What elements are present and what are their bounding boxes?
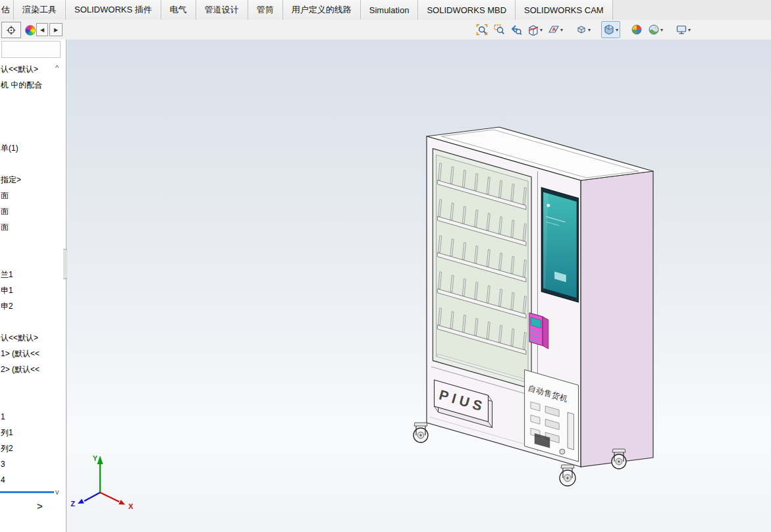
edit-appearance-button[interactable] xyxy=(629,21,645,38)
crosshair-button[interactable] xyxy=(1,22,21,38)
dropdown-arrow-icon[interactable]: ▾ xyxy=(616,27,618,33)
dropdown-arrow-icon[interactable]: ▾ xyxy=(540,27,543,33)
scroll-up-arrow[interactable]: ^ xyxy=(55,65,59,72)
menu-tab-8[interactable]: Simulation xyxy=(361,0,419,20)
zoom-to-fit-button[interactable] xyxy=(474,21,490,38)
tree-expand-arrow[interactable]: > xyxy=(37,500,43,512)
color-wheel-icon[interactable] xyxy=(25,25,36,36)
previous-view-button[interactable] xyxy=(508,21,524,38)
section-view-button[interactable]: ▾ xyxy=(525,21,545,38)
svg-text:Z: Z xyxy=(70,500,75,508)
menu-tab-4[interactable]: 电气 xyxy=(161,0,196,20)
command-manager-tab-row: 估渲染工具SOLIDWORKS 插件电气管道设计管筒用户定义的线路Simulat… xyxy=(0,0,771,20)
apply-scene-icon xyxy=(648,24,660,36)
menu-tabs: 估渲染工具SOLIDWORKS 插件电气管道设计管筒用户定义的线路Simulat… xyxy=(0,0,613,20)
dropdown-arrow-icon[interactable]: ▾ xyxy=(660,27,663,33)
panel-back-button[interactable]: ◀ xyxy=(36,23,48,36)
display-style-icon xyxy=(603,24,615,36)
tree-item-13[interactable]: 2> (默认<< xyxy=(1,363,40,375)
caster-wheel xyxy=(560,465,575,486)
heads-up-view-toolbar: ▾A▾▾▾▾▾ xyxy=(473,21,693,38)
view-settings-button[interactable]: ▾ xyxy=(674,21,693,38)
tree-item-12[interactable]: 1> (默认<< xyxy=(1,348,40,359)
tree-item-9[interactable]: 申1 xyxy=(1,284,13,296)
annotation-views-icon: A xyxy=(548,24,560,36)
display-style-button[interactable]: ▾ xyxy=(601,21,620,38)
scroll-down-arrow[interactable]: v xyxy=(55,489,59,496)
graphics-viewport[interactable]: 自动售货机PIUSYXZ xyxy=(67,40,771,532)
svg-text:Y: Y xyxy=(93,454,98,462)
tree-item-10[interactable]: 申2 xyxy=(1,300,13,312)
tree-item-7[interactable]: 面 xyxy=(1,221,9,233)
apply-scene-button[interactable]: ▾ xyxy=(646,21,665,38)
caster-wheel xyxy=(612,449,626,469)
touch-screen xyxy=(541,188,578,302)
annotation-views-button[interactable]: A▾ xyxy=(546,21,565,38)
tree-item-2[interactable]: 机 中的配合 xyxy=(1,79,42,91)
svg-text:A: A xyxy=(552,26,556,32)
section-view-icon xyxy=(527,24,539,36)
tree-item-14[interactable]: 1 xyxy=(1,411,5,423)
tree-item-16[interactable]: 列2 xyxy=(1,442,13,454)
control-panel: 自动售货机 xyxy=(525,370,579,462)
menu-tab-2[interactable]: 渲染工具 xyxy=(14,0,66,20)
tree-item-5[interactable]: 面 xyxy=(1,190,9,201)
model-canvas[interactable]: 自动售货机PIUSYXZ xyxy=(67,40,771,532)
previous-view-icon xyxy=(510,24,522,36)
tree-item-17[interactable]: 3 xyxy=(1,458,5,470)
rollback-bar[interactable] xyxy=(0,491,54,493)
glass-display-window xyxy=(433,149,531,389)
orientation-triad: YXZ xyxy=(70,454,134,510)
menu-tab-3[interactable]: SOLIDWORKS 插件 xyxy=(66,0,161,20)
tree-item-3[interactable]: 单(1) xyxy=(1,142,18,154)
zoom-to-fit-icon xyxy=(476,24,488,36)
tree-item-18[interactable]: 4 xyxy=(1,474,5,486)
tree-item-8[interactable]: 兰1 xyxy=(1,269,13,280)
tree-item-1[interactable]: 认<<默认> xyxy=(1,63,38,75)
view-orientation-icon xyxy=(575,24,587,36)
feature-tree: 认<<默认>机 中的配合单(1)指定>面面面兰1申1申2认<<默认>1> (默认… xyxy=(0,40,66,532)
dropdown-arrow-icon[interactable]: ▾ xyxy=(688,27,691,33)
dropdown-arrow-icon[interactable]: ▾ xyxy=(588,27,591,33)
tree-item-15[interactable]: 列1 xyxy=(1,427,13,439)
menu-tab-9[interactable]: SOLIDWORKS MBD xyxy=(418,0,516,20)
view-settings-icon xyxy=(676,24,687,36)
tab-row-filler xyxy=(613,0,771,20)
zoom-to-area-button[interactable] xyxy=(491,21,507,38)
vending-machine-model[interactable]: 自动售货机PIUS xyxy=(413,127,653,486)
menu-tab-5[interactable]: 管道设计 xyxy=(196,0,248,20)
tree-item-4[interactable]: 指定> xyxy=(1,174,21,186)
edit-appearance-icon xyxy=(631,24,643,36)
menu-tab-10[interactable]: SOLIDWORKS CAM xyxy=(516,0,613,20)
caster-wheel xyxy=(413,423,428,442)
view-orientation-button[interactable]: ▾ xyxy=(573,21,593,38)
panel-forward-button[interactable]: ▶ xyxy=(49,23,63,36)
svg-text:X: X xyxy=(128,502,134,510)
zoom-to-area-icon xyxy=(493,24,505,36)
menu-tab-1[interactable]: 估 xyxy=(0,0,14,20)
toolbar-strip: ◀ ▶ ▾A▾▾▾▾▾ xyxy=(0,20,771,40)
tree-item-6[interactable]: 面 xyxy=(1,205,9,217)
dropdown-arrow-icon[interactable]: ▾ xyxy=(560,27,563,33)
feature-tree-panel: 认<<默认>机 中的配合单(1)指定>面面面兰1申1申2认<<默认>1> (默认… xyxy=(0,40,66,532)
tree-item-11[interactable]: 认<<默认> xyxy=(1,332,38,344)
menu-tab-7[interactable]: 用户定义的线路 xyxy=(283,0,361,20)
menu-tab-6[interactable]: 管筒 xyxy=(248,0,283,20)
